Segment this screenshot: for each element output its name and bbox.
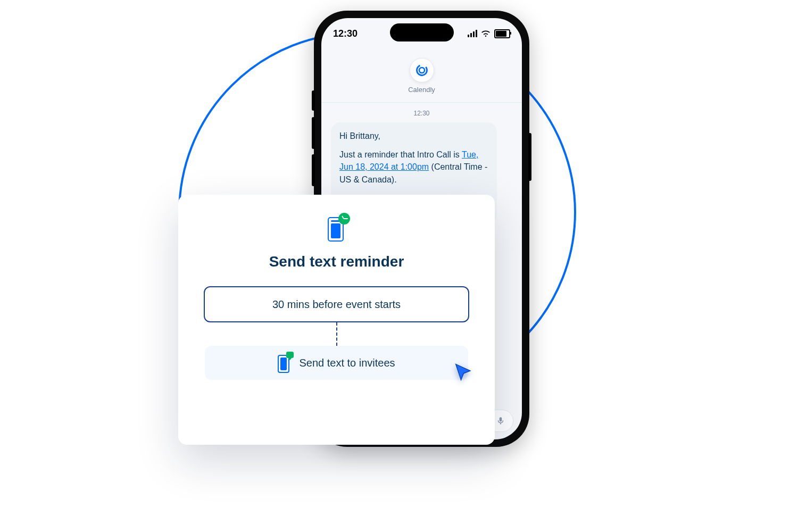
timing-option-label: 30 mins before event starts	[272, 298, 401, 311]
calendly-logo-icon	[414, 63, 429, 78]
svg-point-0	[414, 63, 429, 77]
sms-action-icon	[278, 354, 289, 372]
cellular-icon	[468, 30, 477, 37]
timing-option[interactable]: 30 mins before event starts	[204, 286, 469, 322]
card-title: Send text reminder	[269, 253, 404, 270]
phone-volume-down	[312, 154, 315, 186]
conversation-header: Calendly	[321, 49, 522, 103]
sender-name: Calendly	[408, 86, 435, 94]
mic-icon[interactable]	[496, 416, 505, 426]
clock-badge-icon	[338, 213, 350, 225]
phone-volume-up	[312, 117, 315, 149]
text-reminder-icon	[325, 213, 349, 242]
phone-side-button	[312, 90, 315, 111]
svg-point-1	[419, 67, 424, 72]
sms-greeting: Hi Brittany,	[339, 130, 488, 142]
status-time: 12:30	[333, 28, 358, 39]
cursor-icon	[452, 361, 476, 387]
text-reminder-card: Send text reminder 30 mins before event …	[178, 195, 495, 445]
sender-avatar	[410, 58, 434, 82]
phone-power-button	[528, 133, 531, 181]
battery-icon	[494, 29, 510, 38]
sms-body: Just a reminder that Intro Call is Tue, …	[339, 148, 488, 186]
send-text-label: Send text to invitees	[299, 357, 395, 369]
send-text-action[interactable]: Send text to invitees	[205, 346, 468, 380]
dynamic-island	[390, 23, 454, 41]
wifi-icon	[481, 29, 491, 38]
thread-timestamp: 12:30	[331, 110, 512, 117]
flow-connector	[336, 322, 337, 346]
